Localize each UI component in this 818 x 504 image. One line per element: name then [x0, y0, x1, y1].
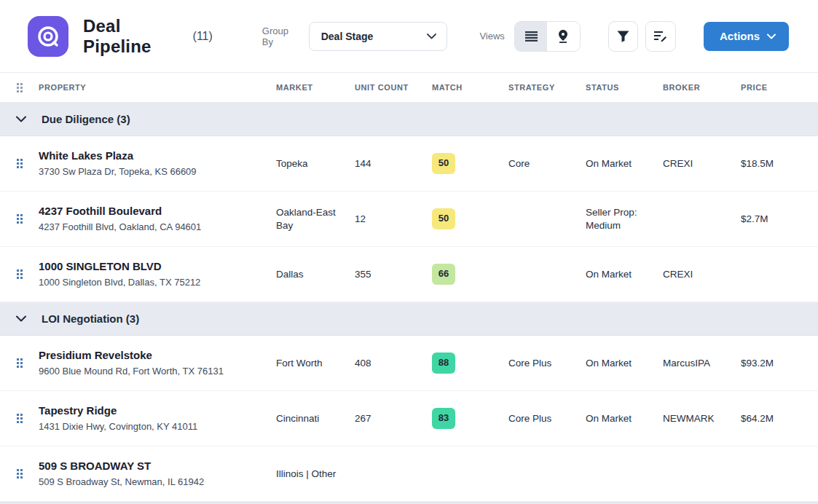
views-label: Views — [479, 31, 504, 42]
table-row[interactable]: Presidium Revelstoke 9600 Blue Mound Rd,… — [0, 336, 818, 391]
column-header-unit-count[interactable]: Unit Count — [355, 83, 432, 92]
table-row[interactable]: 509 S BROADWAY ST 509 S Broadway St, New… — [0, 446, 818, 502]
strategy-cell: Core Plus — [508, 412, 586, 425]
drag-handle-icon[interactable] — [17, 269, 23, 279]
map-view-button[interactable] — [547, 22, 579, 51]
collapse-group-button[interactable] — [16, 116, 26, 122]
column-header-market[interactable]: Market — [276, 83, 355, 92]
column-header-strategy[interactable]: Strategy — [508, 83, 586, 92]
market-cell: Topeka — [276, 157, 355, 170]
collapse-group-button[interactable] — [16, 315, 26, 322]
group-by-select[interactable]: Deal Stage — [309, 22, 448, 51]
drag-handle-icon[interactable] — [17, 83, 23, 92]
status-cell: On Market — [586, 357, 663, 370]
broker-cell: CREXI — [663, 268, 741, 281]
strategy-cell: Core Plus — [508, 357, 586, 370]
column-header-price[interactable]: Price — [741, 83, 818, 92]
column-header-match[interactable]: Match — [432, 83, 508, 92]
drag-handle-icon[interactable] — [17, 159, 23, 168]
price-cell: $18.5M — [741, 157, 818, 170]
match-score-badge: 50 — [432, 153, 455, 174]
property-address: 1000 Singleton Blvd, Dallas, TX 75212 — [39, 277, 266, 289]
column-header-status[interactable]: Status — [586, 83, 663, 92]
market-cell: Fort Worth — [276, 357, 355, 370]
drag-handle-icon[interactable] — [17, 414, 23, 423]
property-address: 9600 Blue Mound Rd, Fort Worth, TX 76131 — [39, 366, 266, 378]
market-cell: Cincinnati — [276, 412, 355, 425]
edit-list-button[interactable] — [645, 21, 676, 52]
table-row[interactable]: Tapestry Ridge 1431 Dixie Hwy, Covington… — [0, 391, 818, 446]
property-name[interactable]: Tapestry Ridge — [39, 403, 266, 418]
broker-cell: MarcusIPA — [663, 357, 741, 370]
property-address: 1431 Dixie Hwy, Covington, KY 41011 — [39, 421, 266, 433]
group-header-due-diligence[interactable]: Due Diligence (3) — [0, 103, 818, 136]
page-title: Deal Pipeline — [83, 16, 188, 57]
drag-handle-icon[interactable] — [17, 469, 23, 479]
app-logo-icon — [28, 16, 68, 57]
actions-button-label: Actions — [720, 30, 760, 42]
drag-handle-icon[interactable] — [17, 358, 23, 368]
chevron-down-icon — [767, 34, 776, 39]
column-header-property[interactable]: Property — [39, 83, 276, 92]
group-title: LOI Negotiation (3) — [42, 312, 139, 325]
match-score-badge: 66 — [432, 264, 455, 285]
unit-count-cell: 267 — [355, 412, 432, 425]
market-cell: Dallas — [276, 268, 355, 281]
unit-count-cell: 355 — [355, 268, 432, 281]
property-name[interactable]: 4237 Foothill Boulevard — [39, 204, 266, 218]
match-score-badge: 88 — [432, 353, 455, 374]
drag-handle-icon[interactable] — [17, 214, 23, 224]
property-name[interactable]: White Lakes Plaza — [39, 149, 266, 163]
price-cell: $93.2M — [741, 357, 818, 370]
property-address: 4237 Foothill Blvd, Oakland, CA 94601 — [39, 221, 266, 234]
property-name[interactable]: Presidium Revelstoke — [39, 348, 266, 363]
price-cell: $64.2M — [741, 412, 818, 425]
group-title: Due Diligence (3) — [42, 113, 130, 125]
map-pin-icon — [557, 30, 569, 43]
price-cell: $2.7M — [741, 213, 818, 226]
list-view-button[interactable] — [515, 22, 547, 51]
property-address: 509 S Broadway St, Newman, IL 61942 — [39, 476, 266, 489]
page-count: (11) — [193, 30, 213, 43]
broker-cell: NEWMARK — [663, 412, 741, 425]
status-cell: Seller Prop: Medium — [586, 206, 663, 232]
filter-button[interactable] — [608, 21, 639, 52]
unit-count-cell: 144 — [355, 157, 432, 170]
group-header-loi-negotiation[interactable]: LOI Negotiation (3) — [0, 302, 818, 336]
broker-cell: CREXI — [663, 157, 741, 170]
property-name[interactable]: 509 S BROADWAY ST — [39, 459, 266, 473]
actions-button[interactable]: Actions — [704, 22, 789, 51]
property-name[interactable]: 1000 SINGLETON BLVD — [39, 259, 266, 274]
group-by-label: Group By — [262, 25, 300, 47]
filter-funnel-icon — [617, 31, 629, 42]
group-by-value: Deal Stage — [321, 31, 374, 42]
property-address: 3730 Sw Plaza Dr, Topeka, KS 66609 — [39, 166, 266, 178]
unit-count-cell: 12 — [355, 213, 432, 226]
status-cell: On Market — [586, 157, 663, 170]
match-score-badge: 83 — [432, 408, 455, 429]
chevron-down-icon — [16, 116, 26, 122]
status-cell: On Market — [586, 412, 663, 425]
table-row[interactable]: 4237 Foothill Boulevard 4237 Foothill Bl… — [0, 192, 818, 247]
status-cell: On Market — [586, 268, 663, 281]
match-score-badge: 50 — [432, 208, 455, 229]
list-view-icon — [525, 31, 538, 42]
unit-count-cell: 408 — [355, 357, 432, 370]
chevron-down-icon — [427, 34, 436, 39]
strategy-cell: Core — [508, 157, 586, 170]
view-toggle — [514, 21, 581, 52]
column-header-broker[interactable]: Broker — [663, 83, 741, 92]
market-cell: Oakland-East Bay — [276, 206, 355, 232]
app-header: Deal Pipeline (11) Group By Deal Stage V… — [0, 0, 818, 73]
market-cell: Illinois | Other — [276, 468, 355, 481]
table-header-row: Property Market Unit Count Match Strateg… — [0, 73, 818, 103]
table-row[interactable]: 1000 SINGLETON BLVD 1000 Singleton Blvd,… — [0, 247, 818, 302]
chevron-down-icon — [16, 315, 26, 322]
table-row[interactable]: White Lakes Plaza 3730 Sw Plaza Dr, Tope… — [0, 136, 818, 192]
edit-list-icon — [654, 31, 667, 42]
